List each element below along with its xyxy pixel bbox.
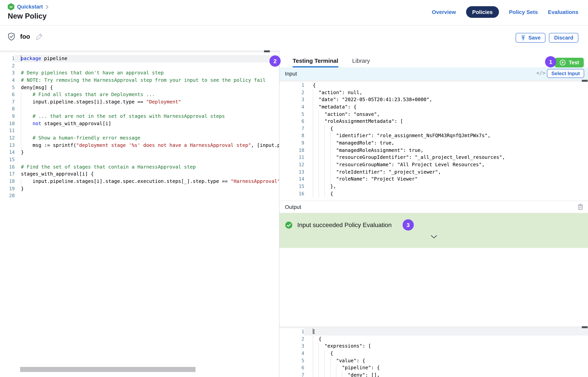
output-title: Output xyxy=(285,204,301,210)
output-json-editor[interactable]: 1[2{3"expressions": [4{5"value": {6"pipe… xyxy=(280,326,588,377)
code-token: "action": "onsave", xyxy=(324,111,380,117)
nav-policy-sets[interactable]: Policy Sets xyxy=(509,9,538,15)
line-number: 3 xyxy=(0,70,15,77)
code-token: "roleAssignmentMetadata": [ xyxy=(324,118,403,124)
scrollbar-thumb[interactable] xyxy=(582,326,588,328)
code-token: # Find the set of stages that contain a … xyxy=(21,164,196,169)
page-header: ∞ Quickstart New Policy Overview Policie… xyxy=(0,0,588,25)
input-json-editor[interactable]: 1{2"action": null,3"date": "2022-05-05T2… xyxy=(280,80,588,201)
code-line: 12# Show a human-friendly error message xyxy=(0,134,279,141)
indent-guide xyxy=(313,132,318,140)
code-line: 9# ... that are not in the set of stages… xyxy=(0,113,279,120)
editor-scroll-track xyxy=(0,50,279,52)
indent-guide xyxy=(318,176,324,183)
line-number: 5 xyxy=(0,84,15,91)
code-line: 9"managedRole": true, xyxy=(280,140,588,147)
code-line: 1package pipeline xyxy=(0,55,279,62)
indent-guide xyxy=(21,98,33,106)
indent-guide xyxy=(313,104,318,111)
save-button[interactable]: Save xyxy=(516,33,546,43)
tab-testing-terminal[interactable]: Testing Terminal xyxy=(293,57,338,67)
test-button[interactable]: Test xyxy=(555,58,584,67)
code-line: 15 xyxy=(0,156,279,163)
nav-overview[interactable]: Overview xyxy=(432,9,456,15)
line-number: 9 xyxy=(280,140,304,147)
edit-pencil-icon[interactable] xyxy=(35,33,43,41)
code-line: 6"roleAssignmentMetadata": [ xyxy=(280,118,588,125)
trash-icon[interactable] xyxy=(577,203,583,210)
line-number: 2 xyxy=(280,335,304,342)
code-token: stages_with_approval[i] xyxy=(41,120,111,126)
chevron-down-icon[interactable] xyxy=(430,235,437,239)
indent-guide xyxy=(318,168,324,176)
code-line: 15}, xyxy=(280,183,588,190)
indent-guide xyxy=(330,161,336,168)
code-line: 12"resourceGroupName": "All Project Leve… xyxy=(280,161,588,168)
policy-code-editor[interactable]: 1package pipeline23# Deny pipelines that… xyxy=(0,50,280,377)
line-number: 10 xyxy=(0,120,15,127)
annotation-badge-3: 3 xyxy=(402,219,414,231)
indent-guide xyxy=(313,350,318,357)
line-number: 12 xyxy=(280,161,304,168)
code-token: { xyxy=(318,336,321,342)
horizontal-scrollbar-thumb[interactable] xyxy=(20,367,195,372)
code-token: { xyxy=(330,350,333,356)
scrollbar-thumb[interactable] xyxy=(582,80,588,82)
editor-scroll-track xyxy=(280,326,588,328)
indent-guide xyxy=(318,357,324,364)
indent-guide xyxy=(313,161,318,168)
code-token: [ xyxy=(313,329,316,334)
discard-button[interactable]: Discard xyxy=(549,33,578,43)
line-number: 11 xyxy=(280,154,304,161)
line-number: 14 xyxy=(280,176,304,183)
indent-guide xyxy=(313,176,318,183)
indent-guide xyxy=(330,147,336,154)
line-number: 14 xyxy=(0,149,15,156)
line-number: 8 xyxy=(0,106,15,113)
line-number: 12 xyxy=(0,134,15,141)
code-token: "deny": [], xyxy=(348,372,380,377)
code-token: "expressions": [ xyxy=(324,343,371,349)
indent-guide xyxy=(324,190,330,197)
indent-guide xyxy=(313,96,318,104)
breadcrumb-project-link[interactable]: Quickstart xyxy=(17,4,43,10)
code-token: "Deployment" xyxy=(146,99,181,105)
indent-guide xyxy=(21,106,33,113)
annotation-badge-1: 1 xyxy=(545,56,556,67)
nav-policies[interactable]: Policies xyxy=(466,6,499,18)
code-token: { xyxy=(330,190,333,196)
line-number: 19 xyxy=(0,185,15,192)
code-token: msg := sprintf( xyxy=(33,142,76,148)
select-input-button[interactable]: Select Input xyxy=(547,69,584,78)
indent-guide xyxy=(313,111,318,118)
indent-guide xyxy=(324,183,330,190)
indent-guide xyxy=(313,183,318,190)
line-number: 16 xyxy=(0,163,15,170)
code-token: # NOTE: Try removing the HarnessApproval… xyxy=(21,77,266,83)
indent-guide xyxy=(324,132,330,140)
code-token: "date": "2022-05-05T20:41:23.538+0000", xyxy=(318,97,432,103)
code-line: 3"expressions": [ xyxy=(280,343,588,350)
code-line: 2"action": null, xyxy=(280,89,588,96)
nav-evaluations[interactable]: Evaluations xyxy=(548,9,578,15)
code-line: 4{ xyxy=(280,350,588,357)
indent-guide xyxy=(313,364,318,371)
indent-guide xyxy=(21,134,33,141)
scrollbar-thumb[interactable] xyxy=(264,50,270,52)
indent-guide xyxy=(21,120,33,127)
code-token: "deployment stage '%s' does not have a H… xyxy=(76,142,251,148)
indent-guide xyxy=(313,357,318,364)
evaluation-success-banner: Input succeeded Policy Evaluation 3 xyxy=(280,213,588,248)
tab-library[interactable]: Library xyxy=(352,57,370,67)
code-token: stages_with_approval[i] { xyxy=(21,171,94,177)
indent-guide xyxy=(318,111,324,118)
code-token: deny[msg] { xyxy=(21,84,53,90)
code-line: 17stages_with_approval[i] { xyxy=(0,171,279,178)
indent-guide xyxy=(318,183,324,190)
indent-guide xyxy=(324,168,330,176)
line-number: 20 xyxy=(0,192,15,199)
code-token: } xyxy=(21,185,24,191)
indent-guide xyxy=(330,154,336,161)
shield-check-icon xyxy=(8,33,15,41)
code-view-icon[interactable]: </> xyxy=(536,70,545,76)
